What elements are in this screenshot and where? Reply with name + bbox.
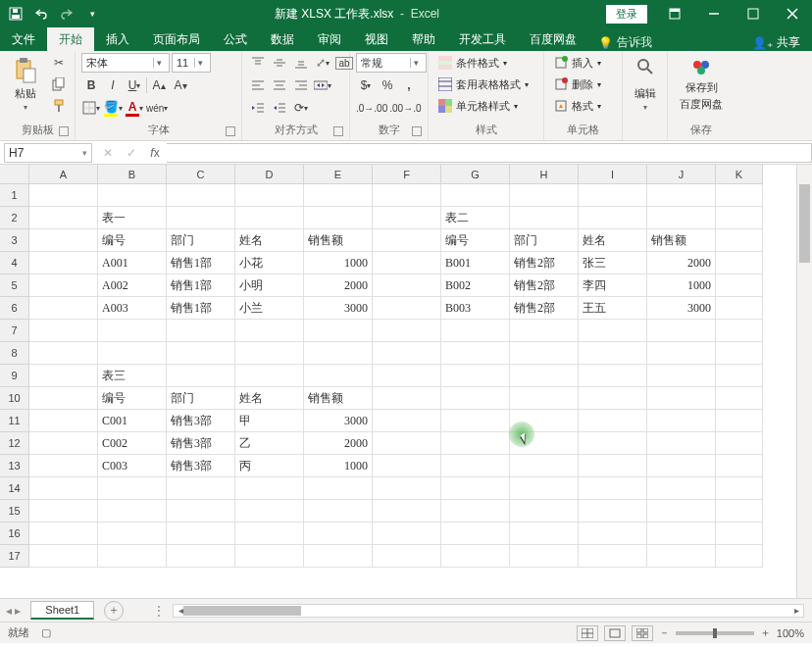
cell-H9[interactable] <box>510 365 579 387</box>
row-header-1[interactable]: 1 <box>0 184 29 207</box>
increase-decimal-button[interactable]: .0→.00 <box>356 98 387 118</box>
cell-J17[interactable] <box>647 545 716 568</box>
cell-B10[interactable]: 编号 <box>98 387 167 410</box>
format-cells-button[interactable]: 格式▾ <box>550 96 605 116</box>
cell-D13[interactable]: 丙 <box>235 455 304 477</box>
col-header-I[interactable]: I <box>579 165 647 184</box>
cell-D15[interactable] <box>235 500 304 523</box>
row-header-13[interactable]: 13 <box>0 455 29 477</box>
row-header-4[interactable]: 4 <box>0 252 29 274</box>
cell-grid[interactable]: 表一表二编号部门姓名销售额编号部门姓名销售额A001销售1部小花1000B001… <box>29 184 763 568</box>
cell-A15[interactable] <box>29 500 98 523</box>
cell-F8[interactable] <box>373 342 441 365</box>
cell-A11[interactable] <box>29 410 98 432</box>
cell-G17[interactable] <box>441 545 510 568</box>
cell-G13[interactable] <box>441 455 510 477</box>
cell-D3[interactable]: 姓名 <box>235 229 304 252</box>
cell-J15[interactable] <box>647 500 716 523</box>
cell-K13[interactable] <box>716 455 763 477</box>
tab-insert[interactable]: 插入 <box>94 27 141 51</box>
cell-B3[interactable]: 编号 <box>98 229 167 252</box>
cell-F14[interactable] <box>373 477 441 500</box>
cell-B7[interactable] <box>98 320 167 342</box>
cell-J13[interactable] <box>647 455 716 477</box>
add-sheet-button[interactable]: ＋ <box>104 601 124 621</box>
cell-C13[interactable]: 销售3部 <box>167 455 235 477</box>
cell-E7[interactable] <box>304 320 373 342</box>
cell-C14[interactable] <box>167 477 235 500</box>
cell-J6[interactable]: 3000 <box>647 297 716 320</box>
cell-E9[interactable] <box>304 365 373 387</box>
cell-D9[interactable] <box>235 365 304 387</box>
cell-A13[interactable] <box>29 455 98 477</box>
tab-review[interactable]: 审阅 <box>306 27 353 51</box>
cell-J12[interactable] <box>647 432 716 455</box>
cell-I12[interactable] <box>579 432 647 455</box>
cell-H15[interactable] <box>510 500 579 523</box>
insert-cells-button[interactable]: 插入▾ <box>550 53 605 73</box>
close-icon[interactable] <box>773 0 812 27</box>
cell-I16[interactable] <box>579 523 647 545</box>
cell-A17[interactable] <box>29 545 98 568</box>
cell-I6[interactable]: 王五 <box>579 297 647 320</box>
cell-K14[interactable] <box>716 477 763 500</box>
qat-customize-icon[interactable]: ▾ <box>82 4 102 24</box>
col-header-D[interactable]: D <box>235 165 304 184</box>
cell-E13[interactable]: 1000 <box>304 455 373 477</box>
cell-C1[interactable] <box>167 184 235 207</box>
cell-B15[interactable] <box>98 500 167 523</box>
cell-B12[interactable]: C002 <box>98 432 167 455</box>
cell-E14[interactable] <box>304 477 373 500</box>
cell-G10[interactable] <box>441 387 510 410</box>
cell-D1[interactable] <box>235 184 304 207</box>
cell-G11[interactable] <box>441 410 510 432</box>
table-format-button[interactable]: 套用表格格式▾ <box>434 75 533 94</box>
cell-A12[interactable] <box>29 432 98 455</box>
save-icon[interactable] <box>6 4 25 24</box>
cell-C4[interactable]: 销售1部 <box>167 252 235 274</box>
cell-E5[interactable]: 2000 <box>304 274 373 297</box>
vertical-scrollbar[interactable] <box>796 165 812 598</box>
cell-K10[interactable] <box>716 387 763 410</box>
cell-E15[interactable] <box>304 500 373 523</box>
tab-help[interactable]: 帮助 <box>400 27 447 51</box>
col-header-E[interactable]: E <box>304 165 373 184</box>
cell-I10[interactable] <box>579 387 647 410</box>
cell-I13[interactable] <box>579 455 647 477</box>
cell-A16[interactable] <box>29 523 98 545</box>
merge-button[interactable]: ▾ <box>313 75 332 95</box>
cell-K11[interactable] <box>716 410 763 432</box>
cell-I15[interactable] <box>579 500 647 523</box>
cell-C8[interactable] <box>167 342 235 365</box>
col-header-B[interactable]: B <box>98 165 167 184</box>
cell-F3[interactable] <box>373 229 441 252</box>
cell-G16[interactable] <box>441 523 510 545</box>
scrollbar-thumb[interactable] <box>183 606 301 616</box>
cell-D2[interactable] <box>235 207 304 229</box>
cell-G8[interactable] <box>441 342 510 365</box>
redo-icon[interactable] <box>57 4 76 24</box>
cell-A3[interactable] <box>29 229 98 252</box>
font-dialog-launcher[interactable] <box>226 126 235 136</box>
copy-button[interactable] <box>49 75 69 94</box>
format-painter-button[interactable] <box>49 96 69 116</box>
cell-H2[interactable] <box>510 207 579 229</box>
align-center-button[interactable] <box>270 75 289 95</box>
cell-J10[interactable] <box>647 387 716 410</box>
cell-C2[interactable] <box>167 207 235 229</box>
cell-K12[interactable] <box>716 432 763 455</box>
maximize-icon[interactable] <box>734 0 773 27</box>
cell-K5[interactable] <box>716 274 763 297</box>
cell-C15[interactable] <box>167 500 235 523</box>
col-header-K[interactable]: K <box>716 165 763 184</box>
cell-I9[interactable] <box>579 365 647 387</box>
cell-F9[interactable] <box>373 365 441 387</box>
baidu-save-button[interactable]: 保存到 百度网盘 <box>674 53 729 112</box>
row-header-10[interactable]: 10 <box>0 387 29 410</box>
row-header-5[interactable]: 5 <box>0 274 29 297</box>
tell-me-search[interactable]: 💡告诉我 <box>588 34 662 51</box>
zoom-thumb[interactable] <box>713 628 717 638</box>
cell-D4[interactable]: 小花 <box>235 252 304 274</box>
cell-D6[interactable]: 小兰 <box>235 297 304 320</box>
row-header-9[interactable]: 9 <box>0 365 29 387</box>
